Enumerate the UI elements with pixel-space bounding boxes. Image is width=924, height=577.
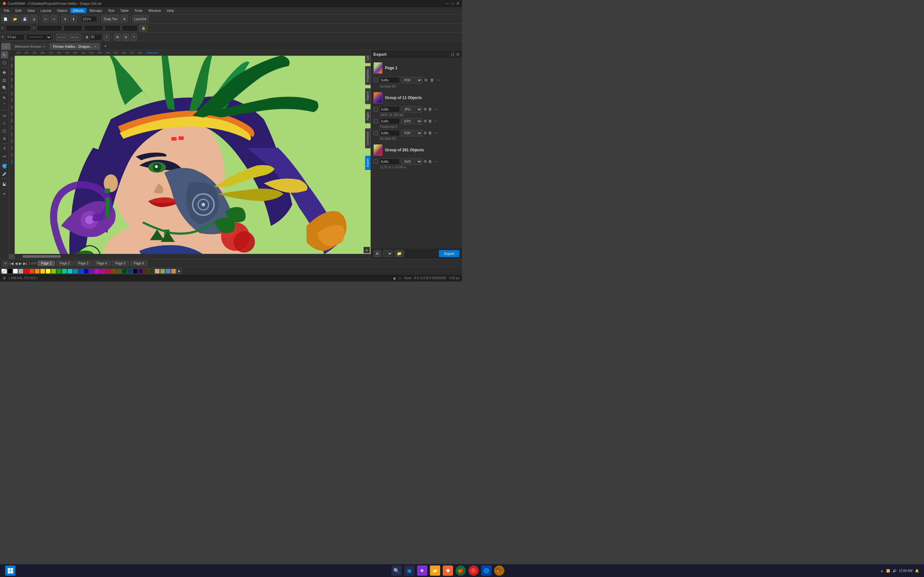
- color-swatch-2[interactable]: [24, 269, 29, 274]
- import-btn[interactable]: ⬆: [61, 15, 69, 23]
- group1-format-select-3[interactable]: PDFJPGEPSSVG: [401, 130, 422, 136]
- align-btn[interactable]: ⊟: [122, 34, 129, 41]
- export-folder-btn[interactable]: 📁: [395, 250, 404, 257]
- stroke-style-select[interactable]: ────── - - - -: [26, 34, 52, 40]
- side-tab-export[interactable]: Export: [365, 156, 371, 170]
- group1-more-btn-3[interactable]: ⋯: [433, 131, 437, 135]
- color-swatch-4[interactable]: [35, 269, 40, 274]
- color-swatch-7[interactable]: [51, 269, 56, 274]
- tool-add[interactable]: +: [1, 190, 8, 197]
- group1-suffix-1[interactable]: [379, 106, 400, 113]
- minimize-btn[interactable]: ─: [446, 1, 449, 6]
- w-input[interactable]: 0.0 mm: [63, 25, 83, 31]
- color-swatch-17[interactable]: [105, 269, 111, 274]
- color-swatch-8[interactable]: [57, 269, 61, 274]
- color-swatch-28[interactable]: [166, 269, 171, 274]
- color-swatch-15[interactable]: [95, 269, 100, 274]
- grid-btn[interactable]: ⊞: [114, 34, 121, 41]
- menu-window[interactable]: Window: [146, 8, 164, 13]
- group1-format-select-1[interactable]: JPGPNGPDFSVG: [401, 106, 422, 113]
- add-btn[interactable]: +: [131, 34, 137, 41]
- stroke-size-input[interactable]: [5, 34, 25, 40]
- tab-home[interactable]: ⌂: [1, 43, 11, 50]
- open-btn[interactable]: 📂: [11, 15, 19, 23]
- print-btn[interactable]: 🖨: [30, 15, 38, 23]
- tool-polygon[interactable]: ⬡: [1, 127, 8, 134]
- export-settings-icon-btn[interactable]: ⚙: [373, 250, 381, 257]
- dash-btn2[interactable]: — —: [69, 34, 81, 41]
- color-swatch-26[interactable]: [155, 269, 160, 274]
- color-swatch-24[interactable]: [144, 269, 149, 274]
- menu-table[interactable]: Table: [118, 8, 131, 13]
- x-input[interactable]: 298.535 mm: [5, 25, 31, 31]
- group1-checkbox-2[interactable]: [373, 119, 378, 123]
- menu-layout[interactable]: Layout: [38, 8, 53, 13]
- color-swatch-white[interactable]: [13, 269, 18, 274]
- tool-select[interactable]: ↖: [1, 51, 8, 58]
- color-swatch-13[interactable]: [84, 269, 89, 274]
- color-swatch-21[interactable]: [128, 269, 132, 274]
- color-swatch-12[interactable]: [78, 269, 83, 274]
- page-tab-6[interactable]: Page 6: [130, 261, 148, 266]
- tab-welcome-close[interactable]: ✕: [43, 45, 45, 48]
- color-swatch-5[interactable]: [40, 269, 45, 274]
- page1-settings-btn-1[interactable]: ⚙: [423, 77, 428, 83]
- group1-settings-btn-3[interactable]: ⚙: [423, 131, 427, 135]
- group1-more-btn-2[interactable]: ⋯: [433, 119, 437, 123]
- page-tab-1[interactable]: Page 1: [37, 261, 55, 266]
- group2-more-btn-1[interactable]: ⋯: [433, 159, 437, 164]
- page-tab-2[interactable]: Page 2: [56, 261, 73, 266]
- group1-settings-btn-1[interactable]: ⚙: [423, 107, 427, 111]
- opacity-input[interactable]: [89, 34, 102, 40]
- tab-welcome[interactable]: Welcome Screen ✕: [11, 43, 49, 50]
- redo-btn[interactable]: ↪: [50, 15, 57, 23]
- side-tab-comments[interactable]: Comments: [365, 129, 371, 148]
- tool-rect[interactable]: ▭: [1, 112, 8, 119]
- page1-checkbox-1[interactable]: [373, 78, 378, 82]
- color-swatch-3[interactable]: [29, 269, 34, 274]
- undo-btn[interactable]: ↩: [42, 15, 49, 23]
- color-swatch-14[interactable]: [89, 269, 94, 274]
- group2-checkbox-1[interactable]: [373, 159, 378, 164]
- tab-document[interactable]: Firman Hatibu - Dragon... ✕: [49, 43, 100, 50]
- group1-checkbox-3[interactable]: [373, 131, 378, 135]
- status-settings-btn[interactable]: ⚙: [3, 276, 6, 280]
- y-input[interactable]: 205.655 mm: [37, 25, 62, 31]
- titlebar-controls[interactable]: ─ □ ✕: [446, 1, 459, 6]
- lock-ratio-btn[interactable]: 🔒: [139, 25, 148, 32]
- color-swatch-11[interactable]: [73, 269, 78, 274]
- w2-input[interactable]: 100.0: [105, 25, 121, 31]
- h-input[interactable]: 0.0 mm: [84, 25, 103, 31]
- export-btn[interactable]: ⬇: [70, 15, 77, 23]
- group1-format-select-2[interactable]: EPSJPGPNGPDF: [401, 118, 422, 124]
- tab-add-btn[interactable]: +: [101, 42, 110, 50]
- page-add-btn[interactable]: +: [3, 261, 8, 266]
- new-btn[interactable]: 📄: [1, 15, 10, 23]
- color-swatch-25[interactable]: [149, 269, 154, 274]
- side-tab-objects[interactable]: Objects: [365, 89, 371, 104]
- side-tab-properties[interactable]: Properties: [365, 66, 371, 85]
- group2-suffix-1[interactable]: [379, 158, 400, 165]
- menu-view[interactable]: View: [25, 8, 37, 13]
- opacity-up-btn[interactable]: +: [103, 34, 110, 41]
- settings-btn[interactable]: ⚙: [121, 15, 128, 23]
- color-swatch-16[interactable]: [100, 269, 105, 274]
- page1-more-btn-1[interactable]: ⋯: [436, 77, 441, 83]
- tool-outline[interactable]: ⬕: [1, 180, 8, 187]
- tool-connector[interactable]: ⊸: [1, 153, 8, 160]
- tool-eyedropper[interactable]: 💉: [1, 170, 8, 177]
- tool-freehand[interactable]: ✎: [1, 94, 8, 101]
- menu-object[interactable]: Object: [54, 8, 69, 13]
- color-swatch-19[interactable]: [116, 269, 121, 274]
- menu-help[interactable]: Help: [164, 8, 177, 13]
- tool-zoom[interactable]: 🔍: [1, 84, 8, 91]
- page-next-btn[interactable]: ▶|: [23, 261, 27, 266]
- color-swatch-18[interactable]: [111, 269, 116, 274]
- group1-delete-btn-2[interactable]: 🗑: [428, 119, 432, 123]
- color-swatch-9[interactable]: [62, 269, 67, 274]
- group2-delete-btn-1[interactable]: 🗑: [428, 159, 432, 164]
- menu-text[interactable]: Text: [105, 8, 117, 13]
- color-swatch-10[interactable]: [67, 269, 73, 274]
- group1-suffix-3[interactable]: [379, 130, 400, 136]
- page-back-btn[interactable]: ◀: [15, 261, 18, 266]
